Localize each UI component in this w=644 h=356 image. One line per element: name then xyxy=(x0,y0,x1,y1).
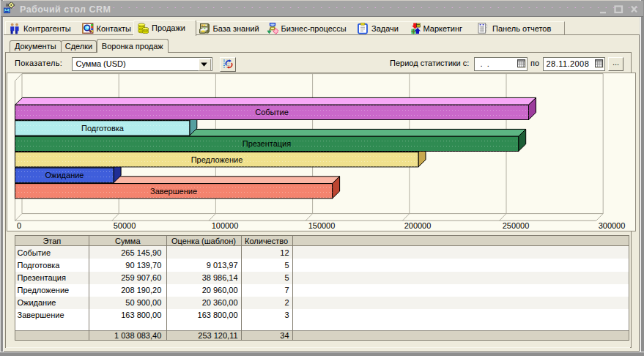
svg-text:Завершение: Завершение xyxy=(150,187,197,196)
svg-text:300000: 300000 xyxy=(599,221,626,230)
svg-text:Событие: Событие xyxy=(255,108,289,116)
svg-text:150000: 150000 xyxy=(308,221,336,230)
svg-text:Предложение: Предложение xyxy=(191,155,243,164)
svg-text:50000: 50000 xyxy=(114,221,136,230)
svg-text:200000: 200000 xyxy=(404,221,432,230)
svg-text:Презентация: Презентация xyxy=(243,139,291,148)
svg-text:100000: 100000 xyxy=(212,221,239,230)
svg-text:0: 0 xyxy=(17,221,21,230)
svg-text:Подготовка: Подготовка xyxy=(81,124,125,133)
svg-text:Ожидание: Ожидание xyxy=(45,171,84,179)
svg-text:250000: 250000 xyxy=(503,221,530,230)
